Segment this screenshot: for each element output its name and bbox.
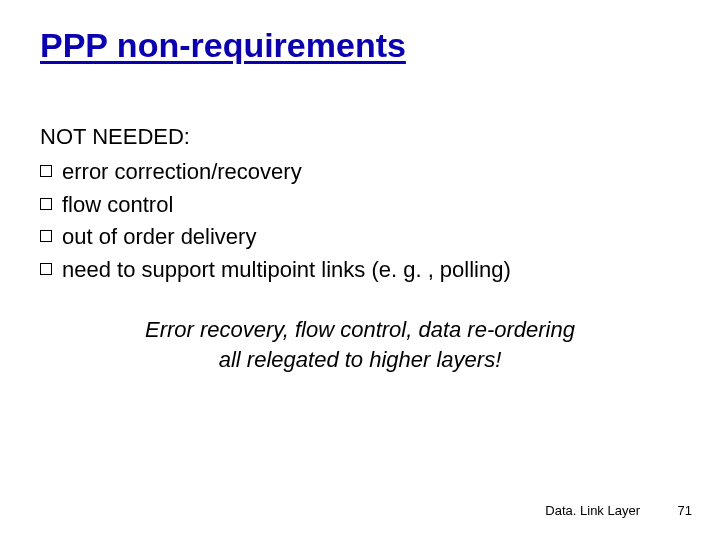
- list-item: flow control: [40, 190, 670, 221]
- slide-title: PPP non-requirements: [40, 26, 406, 65]
- square-bullet-icon: [40, 230, 52, 242]
- body-block: NOT NEEDED: error correction/recovery fl…: [40, 122, 670, 288]
- list-item: out of order delivery: [40, 222, 670, 253]
- list-item-text: need to support multipoint links (e. g. …: [62, 255, 511, 286]
- list-item: error correction/recovery: [40, 157, 670, 188]
- square-bullet-icon: [40, 263, 52, 275]
- slide-number: 71: [678, 503, 692, 518]
- list-item: need to support multipoint links (e. g. …: [40, 255, 670, 286]
- subhead: NOT NEEDED:: [40, 122, 670, 153]
- list-item-text: error correction/recovery: [62, 157, 302, 188]
- bullet-list: error correction/recovery flow control o…: [40, 157, 670, 286]
- square-bullet-icon: [40, 165, 52, 177]
- summary-line: all relegated to higher layers!: [219, 347, 502, 372]
- slide: PPP non-requirements NOT NEEDED: error c…: [0, 0, 720, 540]
- summary-text: Error recovery, flow control, data re-or…: [80, 315, 640, 374]
- summary-line: Error recovery, flow control, data re-or…: [145, 317, 575, 342]
- list-item-text: flow control: [62, 190, 173, 221]
- list-item-text: out of order delivery: [62, 222, 256, 253]
- square-bullet-icon: [40, 198, 52, 210]
- footer-label: Data. Link Layer: [545, 503, 640, 518]
